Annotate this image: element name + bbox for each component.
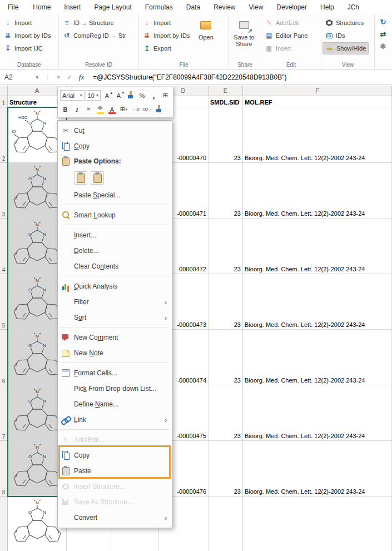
menu-item-link[interactable]: Link›: [58, 412, 172, 428]
cell-E3[interactable]: 23: [209, 163, 243, 219]
format-painter-button[interactable]: [125, 90, 136, 101]
menu-item-sort[interactable]: Sort›: [58, 310, 172, 325]
row-header-8[interactable]: 8: [0, 441, 8, 497]
row-header-5[interactable]: 5: [0, 274, 8, 330]
ribbon-tab-formulas[interactable]: Formulas: [138, 0, 180, 14]
menu-item-insert[interactable]: Insert...: [58, 227, 172, 243]
row-header-7[interactable]: 7: [0, 385, 8, 441]
ribbon-tab-home[interactable]: Home: [26, 0, 57, 14]
row-header-4[interactable]: 4: [0, 219, 8, 274]
row-header-6[interactable]: 6: [0, 330, 8, 385]
percent-style-button[interactable]: %: [137, 90, 147, 101]
font-name-combo[interactable]: Arial▾: [60, 90, 85, 101]
ribbon-tab-insert[interactable]: Insert: [57, 0, 87, 14]
name-box[interactable]: A2 ▾: [0, 70, 42, 84]
row-header-2[interactable]: 2: [0, 107, 8, 163]
ribbon-tab-jch[interactable]: JCh: [341, 0, 366, 14]
cancel-icon[interactable]: ×: [53, 73, 64, 81]
menu-item-define-name[interactable]: Define Name...: [58, 396, 172, 412]
grow-font-button[interactable]: A: [102, 90, 112, 101]
menu-item-quick-analysis[interactable]: Quick Analysis: [58, 279, 172, 294]
formula-bar-splitter-icon[interactable]: ⋮: [42, 73, 53, 81]
ribbon-tab-data[interactable]: Data: [180, 0, 207, 14]
cell-F8[interactable]: Bioorg. Med. Chem. Lett. 12(2)-2002 243-…: [243, 441, 392, 497]
cell-F6[interactable]: Bioorg. Med. Chem. Lett. 12(2)-2002 243-…: [243, 330, 392, 385]
cell-F2[interactable]: Bioorg. Med. Chem. Lett. 12(2)-2002 243-…: [243, 107, 392, 163]
format-as-table-button[interactable]: ⊞: [160, 90, 171, 101]
menu-item-clear-contents[interactable]: Clear Contents: [58, 259, 172, 274]
font-size-combo[interactable]: 10▾: [86, 90, 101, 101]
cell-E7[interactable]: 23: [209, 385, 243, 441]
cell-E2[interactable]: 23: [209, 107, 243, 163]
ribbon-button-save-to-share[interactable]: Save to Share: [230, 15, 258, 47]
refresh-icon[interactable]: ↻: [378, 17, 388, 27]
row-header-9[interactable]: [0, 497, 8, 551]
ribbon-button-import-ijc[interactable]: Import IJC: [1, 42, 53, 54]
increase-decimal-button[interactable]: ←.0: [130, 104, 141, 115]
menu-item-paste-options[interactable]: Paste Options:: [58, 154, 172, 168]
insert-function-icon[interactable]: fx: [75, 73, 88, 82]
enter-icon[interactable]: ✓: [64, 73, 75, 81]
ribbon-button-import-by-ids[interactable]: Import by IDs: [140, 29, 192, 42]
ribbon-button-compreg-id-str[interactable]: CompReg ID → Str: [60, 29, 128, 42]
cell-E8[interactable]: 23: [209, 441, 243, 497]
cell-E6[interactable]: 23: [209, 330, 243, 385]
menu-item-new-comment[interactable]: New Comment: [58, 330, 172, 345]
cell-F3[interactable]: Bioorg. Med. Chem. Lett. 12(2)-2002 243-…: [243, 163, 392, 219]
decrease-decimal-button[interactable]: .00→: [142, 104, 152, 115]
formula-input[interactable]: =@JCSYSStructure("EF2F80099A4F38F42D2220…: [88, 73, 392, 81]
ribbon-button-import[interactable]: Import: [1, 17, 53, 29]
menu-item-delete[interactable]: Delete...: [58, 243, 172, 259]
ribbon-button-import-by-ids[interactable]: Import by IDs: [1, 29, 53, 42]
menu-item-cut[interactable]: Cut: [58, 123, 172, 138]
ribbon-button-import[interactable]: Import: [140, 17, 192, 29]
cell-E1[interactable]: SMDL.SID: [209, 96, 243, 107]
comma-style-button[interactable]: ,: [148, 90, 159, 101]
menu-item-format-cells[interactable]: Format Cells...: [58, 365, 172, 381]
italic-button[interactable]: I: [72, 104, 82, 115]
ribbon-tab-help[interactable]: Help: [314, 0, 341, 14]
row-header-1[interactable]: 1: [0, 96, 8, 107]
cell-F1[interactable]: MOL.REF: [243, 96, 392, 107]
select-all-corner[interactable]: [0, 86, 8, 96]
borders-button[interactable]: ⊞: [118, 104, 129, 115]
fill-color-button[interactable]: [95, 104, 106, 115]
cell-E9[interactable]: [209, 497, 243, 551]
ribbon-button-editor-pane[interactable]: Editor Pane: [262, 29, 310, 42]
menu-item-paste-special[interactable]: Paste Special...: [58, 187, 172, 203]
menu-item-convert[interactable]: Convert›: [58, 510, 172, 525]
cell-E5[interactable]: 23: [209, 274, 243, 330]
ribbon-button-export[interactable]: Export: [140, 42, 192, 54]
ribbon-tab-view[interactable]: View: [242, 0, 270, 14]
menu-item-new-note[interactable]: New Note: [58, 345, 172, 361]
cell-F9[interactable]: [243, 497, 392, 551]
ribbon-tab-developer[interactable]: Developer: [270, 0, 314, 14]
column-header-E[interactable]: E: [209, 86, 243, 96]
menu-item-jchem-copy[interactable]: Copy: [58, 448, 172, 463]
menu-item-smart-lookup[interactable]: Smart Lookup: [58, 207, 172, 223]
paste-option-keep-formatting[interactable]: [74, 171, 87, 185]
settings-icon[interactable]: ✱: [378, 41, 388, 51]
cell-F5[interactable]: Bioorg. Med. Chem. Lett. 12(2)-2002 243-…: [243, 274, 392, 330]
ribbon-tab-file[interactable]: File: [0, 0, 26, 14]
bold-button[interactable]: B: [60, 104, 71, 115]
align-center-button[interactable]: ≡: [83, 104, 94, 115]
menu-item-pick-from-drop-down-list[interactable]: Pick From Drop-down List...: [58, 381, 172, 396]
cell-F7[interactable]: Bioorg. Med. Chem. Lett. 12(2)-2002 243-…: [243, 385, 392, 441]
ribbon-tab-page-layout[interactable]: Page Layout: [87, 0, 138, 14]
row-header-3[interactable]: 3: [0, 163, 8, 219]
menu-item-jchem-paste[interactable]: Paste: [58, 463, 172, 479]
ribbon-button-show-hide[interactable]: Show/Hide: [322, 42, 369, 54]
shrink-font-button[interactable]: A: [113, 90, 124, 101]
font-color-button[interactable]: A: [107, 104, 117, 115]
ribbon-button-open[interactable]: Open: [192, 15, 220, 41]
ribbon-tab-review[interactable]: Review: [207, 0, 242, 14]
cell-F4[interactable]: Bioorg. Med. Chem. Lett. 12(2)-2002 243-…: [243, 219, 392, 274]
column-header-F[interactable]: F: [243, 86, 392, 96]
ribbon-button-ids[interactable]: IDs: [322, 29, 369, 42]
format-painter-small-button[interactable]: [153, 104, 164, 115]
sync-icon[interactable]: ⇄: [378, 29, 388, 39]
menu-item-filter[interactable]: Filter›: [58, 294, 172, 310]
menu-item-copy[interactable]: Copy: [58, 138, 172, 154]
cell-E4[interactable]: 23: [209, 219, 243, 274]
